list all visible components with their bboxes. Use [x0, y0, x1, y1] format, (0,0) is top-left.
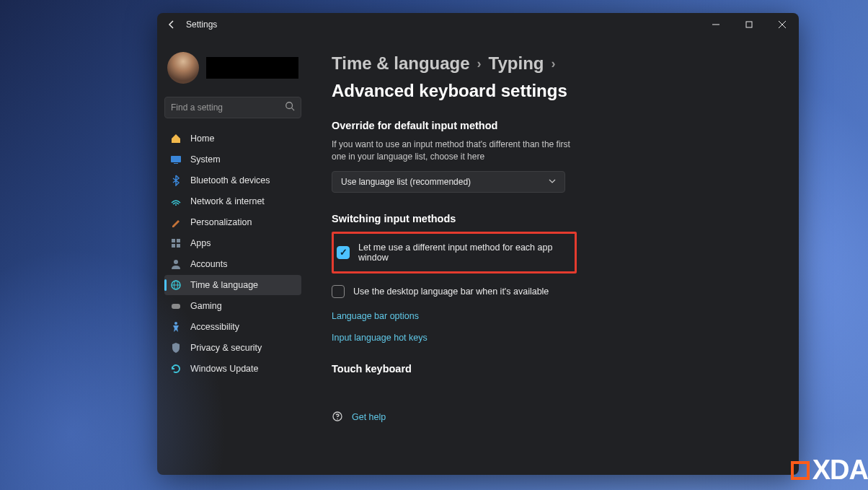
time-language-icon [170, 279, 182, 291]
svg-point-20 [337, 418, 338, 419]
maximize-button[interactable] [732, 13, 766, 36]
override-section: Override for default input method If you… [332, 120, 770, 193]
input-method-dropdown[interactable]: Use language list (recommended) [332, 171, 565, 193]
home-icon [170, 133, 182, 144]
sidebar-item-label: Accounts [190, 259, 227, 269]
accounts-icon [170, 258, 182, 270]
close-button[interactable] [766, 13, 799, 36]
watermark-text: XDA [812, 455, 868, 486]
watermark-box-icon [791, 461, 810, 480]
checkbox-row-per-app[interactable]: Let me use a different input method for … [337, 235, 569, 270]
section-title-override: Override for default input method [332, 120, 770, 131]
link-input-language-hotkeys[interactable]: Input language hot keys [332, 327, 770, 349]
highlight-box: Let me use a different input method for … [332, 232, 577, 274]
minimize-button[interactable] [699, 13, 732, 36]
sidebar-item-network[interactable]: Network & internet [164, 191, 301, 211]
body-area: Home System Bluetooth & devices Network … [157, 36, 799, 475]
titlebar: Settings [157, 13, 799, 36]
accessibility-icon [170, 321, 182, 333]
section-desc-override: If you want to use an input method that'… [332, 139, 577, 164]
nav-list: Home System Bluetooth & devices Network … [164, 128, 301, 379]
profile-block[interactable] [164, 42, 301, 97]
svg-line-5 [292, 108, 295, 111]
watermark: XDA [791, 455, 868, 486]
checkbox-row-language-bar[interactable]: Use the desktop language bar when it's a… [332, 278, 770, 305]
svg-rect-1 [746, 22, 752, 27]
breadcrumb-level2[interactable]: Typing [489, 53, 544, 74]
sidebar-item-label: Time & language [190, 280, 258, 290]
sidebar-item-label: Personalization [190, 217, 252, 227]
sidebar-item-label: Home [190, 134, 214, 144]
sidebar-item-accounts[interactable]: Accounts [164, 254, 301, 274]
back-button[interactable] [166, 19, 177, 30]
svg-point-15 [174, 281, 178, 289]
username-redacted [206, 57, 298, 79]
personalization-icon [170, 216, 182, 228]
svg-point-4 [286, 102, 293, 109]
chevron-right-icon: › [477, 56, 482, 71]
chevron-right-icon: › [551, 56, 555, 71]
sidebar-item-label: Privacy & security [190, 343, 262, 353]
sidebar-item-privacy[interactable]: Privacy & security [164, 338, 301, 358]
sidebar-item-apps[interactable]: Apps [164, 233, 301, 253]
breadcrumb-current: Advanced keyboard settings [332, 81, 567, 101]
sidebar-item-personalization[interactable]: Personalization [164, 212, 301, 232]
dropdown-value: Use language list (recommended) [341, 177, 471, 187]
sidebar-item-home[interactable]: Home [164, 128, 301, 149]
svg-rect-11 [172, 244, 175, 248]
window-controls [699, 13, 799, 36]
avatar [167, 52, 199, 84]
checkbox-label: Use the desktop language bar when it's a… [353, 286, 549, 297]
section-title-touch: Touch keyboard [332, 363, 770, 375]
switching-section: Switching input methods Let me use a dif… [332, 213, 770, 349]
sidebar-item-time-language[interactable]: Time & language [164, 275, 301, 295]
svg-point-14 [172, 281, 180, 289]
sidebar-item-label: Bluetooth & devices [190, 175, 270, 185]
apps-icon [170, 237, 182, 249]
svg-rect-9 [172, 239, 175, 242]
settings-window: Settings [157, 13, 799, 475]
get-help-row[interactable]: Get help [332, 411, 770, 424]
search-input[interactable] [171, 102, 285, 113]
windows-update-icon [170, 363, 182, 375]
search-box[interactable] [164, 97, 301, 118]
svg-point-13 [174, 260, 178, 264]
checkbox-label: Let me use a different input method for … [358, 242, 569, 263]
touch-keyboard-section: Touch keyboard [332, 363, 770, 375]
breadcrumb-level1[interactable]: Time & language [332, 53, 470, 74]
svg-point-8 [175, 204, 177, 206]
svg-rect-17 [172, 304, 180, 309]
bluetooth-icon [170, 175, 182, 186]
content-area: Time & language › Typing › Advanced keyb… [309, 36, 799, 475]
get-help-link[interactable]: Get help [352, 412, 386, 422]
gaming-icon [170, 300, 182, 312]
privacy-icon [170, 342, 182, 354]
sidebar-item-accessibility[interactable]: Accessibility [164, 317, 301, 337]
sidebar-item-label: Apps [190, 238, 211, 248]
checkbox-per-app[interactable] [337, 246, 350, 259]
svg-rect-7 [174, 163, 178, 164]
sidebar-item-label: System [190, 154, 221, 165]
search-icon [285, 101, 295, 114]
sidebar-item-label: Windows Update [190, 364, 259, 374]
sidebar-item-label: Gaming [190, 301, 222, 311]
sidebar-item-gaming[interactable]: Gaming [164, 296, 301, 316]
breadcrumb: Time & language › Typing › Advanced keyb… [332, 53, 770, 101]
checkbox-language-bar[interactable] [332, 285, 345, 298]
chevron-down-icon [549, 177, 556, 187]
sidebar-item-system[interactable]: System [164, 149, 301, 170]
svg-point-18 [174, 322, 177, 325]
sidebar-item-windows-update[interactable]: Windows Update [164, 359, 301, 379]
help-icon [332, 411, 343, 424]
svg-rect-12 [177, 244, 180, 248]
section-title-switching: Switching input methods [332, 213, 770, 224]
sidebar-item-label: Accessibility [190, 322, 239, 332]
svg-rect-6 [171, 156, 181, 162]
sidebar: Home System Bluetooth & devices Network … [157, 36, 309, 475]
system-icon [170, 154, 182, 165]
sidebar-item-bluetooth[interactable]: Bluetooth & devices [164, 170, 301, 191]
network-icon [170, 196, 182, 207]
svg-rect-10 [177, 239, 180, 242]
window-title: Settings [186, 19, 699, 30]
link-language-bar-options[interactable]: Language bar options [332, 305, 770, 327]
